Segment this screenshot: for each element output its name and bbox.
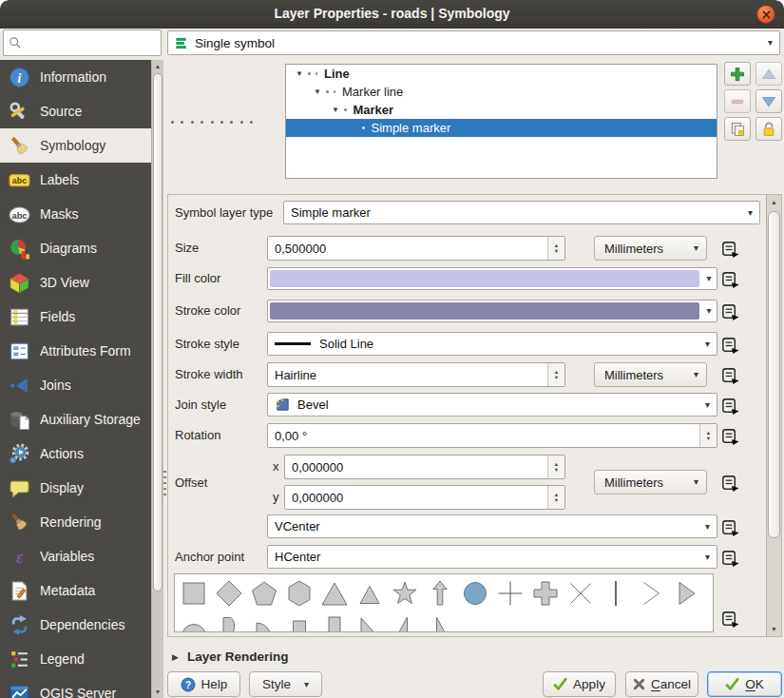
horizontal-anchor-dropdown[interactable]: HCenter ▾ — [267, 545, 717, 569]
fill-color-button[interactable]: ▾ — [267, 267, 717, 290]
stroke-style-dropdown[interactable]: Solid Line ▾ — [267, 332, 717, 356]
offset-y-input[interactable]: 0,000000 ▴▾ — [284, 485, 565, 510]
sidebar-item-variables[interactable]: εVariables — [0, 539, 151, 573]
join-style-override-button[interactable] — [717, 395, 742, 417]
shape-cross[interactable] — [492, 575, 527, 611]
shape-half-square[interactable] — [316, 611, 352, 632]
shape-cross2[interactable] — [563, 575, 598, 611]
shape-square[interactable] — [176, 575, 211, 611]
shape-line[interactable] — [598, 575, 633, 611]
layer-rendering-section[interactable]: ▶ Layer Rendering — [172, 650, 288, 664]
stroke-color-button[interactable]: ▾ — [267, 300, 717, 322]
spinner-buttons[interactable]: ▴▾ — [547, 363, 564, 386]
spinner-buttons[interactable]: ▴▾ — [547, 456, 564, 478]
tree-item-simple-marker[interactable]: Simple marker — [286, 119, 717, 137]
tree-expander-icon[interactable]: ▼ — [330, 106, 341, 114]
scroll-up-icon[interactable]: ▲ — [767, 196, 781, 208]
shape-arrowhead[interactable] — [633, 575, 668, 611]
sidebar-item-fields[interactable]: Fields — [0, 300, 151, 334]
shape-arrow[interactable] — [422, 575, 457, 611]
sidebar-item-rendering[interactable]: Rendering — [0, 505, 151, 539]
symbol-mode-dropdown[interactable]: Single symbol ▾ — [167, 30, 780, 55]
size-override-button[interactable] — [717, 238, 742, 261]
size-input[interactable]: 0,500000 ▴▾ — [267, 236, 565, 261]
sidebar-item-legend[interactable]: Legend — [0, 642, 151, 676]
scroll-down-icon[interactable]: ▼ — [152, 686, 163, 698]
lock-color-button[interactable] — [755, 117, 782, 141]
fill-color-override-button[interactable] — [717, 268, 742, 291]
splitter-handle[interactable] — [163, 471, 166, 499]
shape-star[interactable] — [387, 575, 422, 611]
shape-pentagon[interactable] — [246, 575, 281, 611]
shape-hexagon[interactable] — [281, 575, 316, 611]
shape-diamond[interactable] — [211, 575, 246, 611]
sidebar-item-diagrams[interactable]: Diagrams — [0, 231, 151, 265]
scroll-up-icon[interactable]: ▲ — [152, 60, 163, 72]
shape-cross-fill[interactable] — [527, 575, 563, 611]
sidebar-item-auxiliary-storage[interactable]: Auxiliary Storage — [0, 402, 151, 436]
shape-triangle[interactable] — [316, 575, 352, 611]
sidebar-item-qgis-server[interactable]: QGIS Server — [0, 676, 151, 698]
remove-symbol-layer-button[interactable] — [724, 89, 751, 113]
stroke-width-override-button[interactable] — [717, 364, 742, 387]
stroke-width-unit-dropdown[interactable]: Millimeters ▾ — [594, 362, 707, 387]
add-symbol-layer-button[interactable] — [724, 62, 751, 86]
sidebar-item-labels[interactable]: abcLabels — [0, 163, 151, 197]
style-button[interactable]: Style ▾ — [249, 671, 322, 697]
size-unit-dropdown[interactable]: Millimeters ▾ — [594, 236, 707, 261]
tree-item-marker[interactable]: ▼Marker — [286, 101, 717, 119]
rotation-override-button[interactable] — [717, 425, 742, 448]
vertical-anchor-dropdown[interactable]: VCenter ▾ — [267, 514, 717, 538]
sidebar-item-information[interactable]: iInformation — [0, 60, 151, 94]
shape-semi-circle[interactable] — [176, 611, 211, 632]
offset-override-button[interactable] — [717, 472, 742, 494]
shape-diagonal-half-square[interactable] — [352, 611, 387, 632]
shape-override-button[interactable] — [717, 608, 742, 630]
sidebar-scrollbar[interactable]: ▲ ▼ — [151, 60, 163, 698]
form-scrollbar-thumb[interactable] — [768, 211, 780, 538]
sidebar-item-source[interactable]: Source — [0, 94, 151, 128]
stroke-width-input[interactable]: Hairline ▴▾ — [267, 362, 565, 387]
shape-filled-arrowhead[interactable] — [668, 575, 703, 611]
help-button[interactable]: ? Help — [167, 671, 240, 697]
sidebar-item-attributes-form[interactable]: Attributes Form — [0, 334, 151, 368]
form-scrollbar[interactable]: ▲ ▼ — [766, 195, 781, 636]
search-input[interactable] — [26, 35, 161, 51]
tree-expander-icon[interactable]: ▼ — [294, 69, 305, 78]
move-layer-up-button[interactable] — [755, 62, 782, 86]
spinner-buttons[interactable]: ▴▾ — [547, 486, 564, 509]
sidebar-item-actions[interactable]: Actions — [0, 436, 151, 471]
sidebar-item-metadata[interactable]: Metadata — [0, 573, 151, 608]
shape-circle-selected[interactable] — [457, 575, 492, 611]
spinner-buttons[interactable]: ▴▾ — [699, 424, 717, 447]
shape-equilateral-triangle[interactable] — [352, 575, 387, 611]
offset-unit-dropdown[interactable]: Millimeters ▾ — [594, 470, 707, 494]
sidebar-item-3d-view[interactable]: 3D View — [0, 265, 151, 300]
close-button[interactable] — [756, 5, 775, 24]
horizontal-anchor-override-button[interactable] — [717, 547, 742, 570]
apply-button[interactable]: Apply — [543, 671, 616, 697]
duplicate-layer-button[interactable] — [724, 117, 751, 141]
sidebar-item-masks[interactable]: abcMasks — [0, 197, 151, 231]
vertical-anchor-override-button[interactable] — [717, 516, 742, 539]
shape-left-half-triangle[interactable] — [422, 611, 457, 632]
shape-third-circle[interactable] — [211, 611, 246, 632]
sidebar-item-symbology[interactable]: Symbology — [0, 128, 151, 163]
shape-right-half-triangle[interactable] — [387, 611, 422, 632]
sidebar-scrollbar-thumb[interactable] — [153, 73, 163, 591]
offset-x-input[interactable]: 0,000000 ▴▾ — [284, 455, 565, 479]
stroke-color-override-button[interactable] — [717, 301, 742, 323]
tree-item-line[interactable]: ▼Line — [286, 65, 717, 83]
tree-expander-icon[interactable]: ▼ — [312, 87, 323, 96]
chevron-down-icon[interactable]: ▾ — [701, 268, 717, 289]
join-style-dropdown[interactable]: Bevel ▾ — [267, 393, 717, 417]
move-layer-down-button[interactable] — [755, 89, 782, 113]
rotation-input[interactable]: 0,00 ° ▴▾ — [267, 423, 717, 448]
titlebar[interactable]: Layer Properties - roads | Symbology — [0, 0, 784, 29]
cancel-button[interactable]: Cancel — [625, 671, 698, 697]
sidebar-item-dependencies[interactable]: Dependencies — [0, 608, 151, 642]
spinner-buttons[interactable]: ▴▾ — [547, 237, 564, 260]
chevron-down-icon[interactable]: ▾ — [701, 301, 717, 321]
tree-item-marker-line[interactable]: ▼Marker line — [286, 83, 717, 101]
symbol-layer-type-dropdown[interactable]: Simple marker ▾ — [283, 201, 760, 224]
